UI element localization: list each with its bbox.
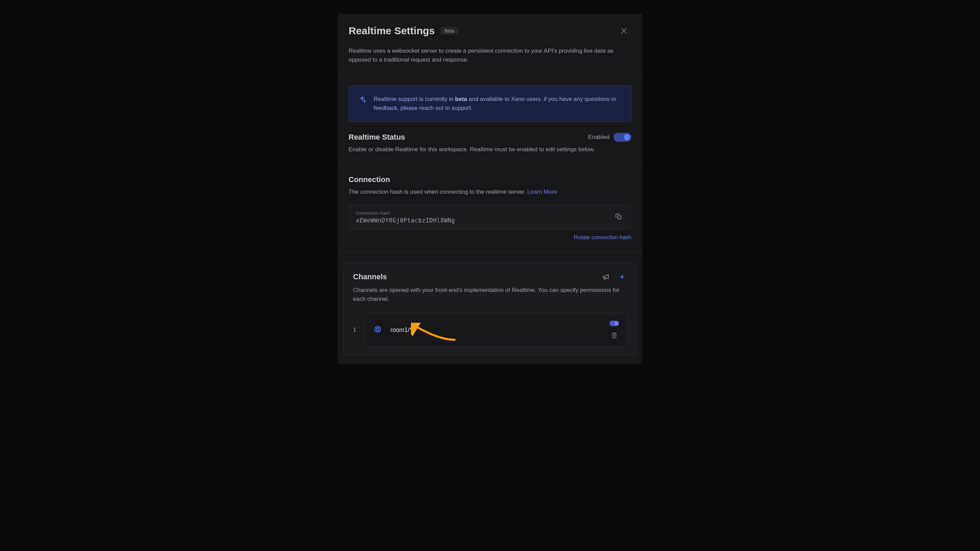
status-row: Realtime Status Enabled <box>348 133 632 142</box>
svg-point-6 <box>376 328 379 330</box>
plus-icon <box>619 273 625 280</box>
channel-index: 1 <box>353 327 357 333</box>
channels-desc: Channels are opened with your front-end'… <box>353 286 627 304</box>
copy-hash-button[interactable] <box>613 211 624 223</box>
hash-label: Connection Hash <box>356 211 455 216</box>
delete-channel-button[interactable] <box>611 332 617 340</box>
svg-rect-2 <box>618 216 621 219</box>
toggle-knob <box>624 134 630 140</box>
hash-content: Connection Hash xEWeWWnDY8Gj0PtacbzIDHl8… <box>356 211 455 224</box>
svg-line-9 <box>375 330 377 332</box>
sparkle-icon <box>358 95 366 113</box>
title-group: Realtime Settings Beta <box>348 25 458 37</box>
add-channel-button[interactable] <box>617 272 627 282</box>
realtime-enable-toggle[interactable] <box>614 133 632 142</box>
close-icon <box>619 26 629 36</box>
realtime-settings-modal: Realtime Settings Beta Realtime uses a w… <box>337 14 643 364</box>
channel-row: 1 room1/* <box>353 313 627 347</box>
svg-line-10 <box>379 327 380 329</box>
status-toggle-group: Enabled <box>588 133 632 142</box>
megaphone-icon <box>602 273 609 280</box>
connection-section: Connection The connection hash is used w… <box>337 166 643 252</box>
channel-name: room1/* <box>390 327 601 334</box>
status-title: Realtime Status <box>348 133 405 142</box>
channels-title: Channels <box>353 272 387 281</box>
svg-line-7 <box>375 327 377 329</box>
modal-title: Realtime Settings <box>348 25 435 37</box>
channels-section: Channels Channels are opened with your f… <box>343 263 637 356</box>
beta-badge: Beta <box>440 27 458 35</box>
channel-enable-toggle[interactable] <box>609 321 619 326</box>
announce-button[interactable] <box>601 272 611 282</box>
channel-item[interactable]: room1/* <box>366 313 627 347</box>
beta-info-banner: Realtime support is currently in beta an… <box>348 86 632 122</box>
modal-header: Realtime Settings Beta <box>337 14 643 38</box>
mini-toggle-knob <box>615 322 618 325</box>
learn-more-link[interactable]: Learn More <box>527 189 557 195</box>
connection-title: Connection <box>348 175 632 184</box>
svg-line-8 <box>379 330 380 332</box>
rotate-hash-link[interactable]: Rotate connection hash <box>348 234 632 241</box>
hash-value: xEWeWWnDY8Gj0PtacbzIDHl8WNg <box>356 217 455 224</box>
modal-description: Realtime uses a websocket server to crea… <box>337 46 643 75</box>
connection-desc: The connection hash is used when connect… <box>348 187 632 197</box>
banner-text: Realtime support is currently in beta an… <box>374 95 622 113</box>
channel-controls <box>609 321 619 340</box>
trash-icon <box>611 332 617 338</box>
channels-header: Channels <box>353 272 627 282</box>
channels-actions <box>601 272 627 282</box>
close-button[interactable] <box>616 23 632 38</box>
status-desc: Enable or disable Realtime for this work… <box>348 145 632 154</box>
lifebuoy-icon <box>374 326 382 334</box>
toggle-label: Enabled <box>588 134 609 141</box>
connection-hash-field: Connection Hash xEWeWWnDY8Gj0PtacbzIDHl8… <box>348 205 632 230</box>
copy-icon <box>615 213 622 220</box>
status-section: Realtime Status Enabled Enable or disabl… <box>337 122 643 165</box>
